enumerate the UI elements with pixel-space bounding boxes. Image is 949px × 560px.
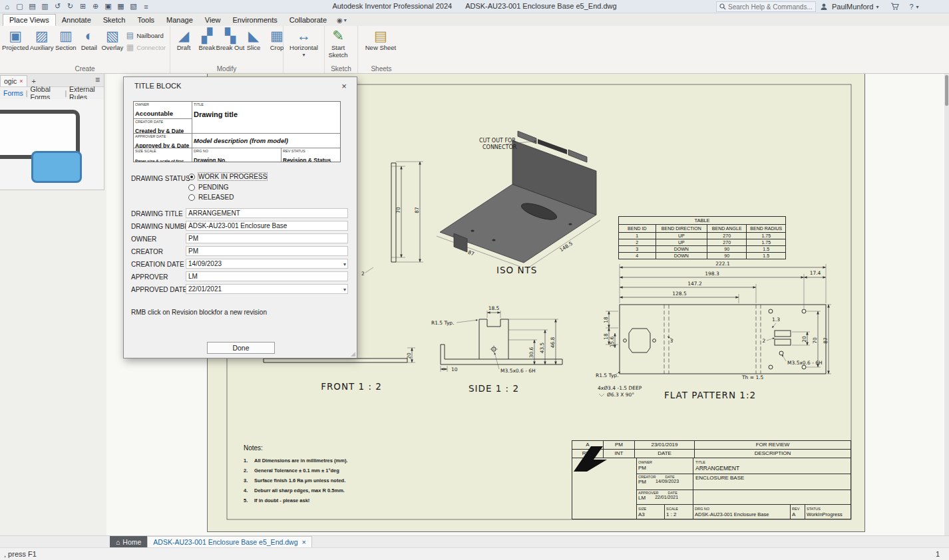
rev-cell: REV A (791, 505, 805, 519)
radio-selected-icon[interactable] (188, 174, 195, 180)
creator-label: CREATOR (131, 248, 163, 255)
description-header: DESCRIPTION (695, 450, 851, 458)
scale-cell: SCALE 1 : 2 (665, 505, 693, 519)
preview-drg-no: DRG NO Drawing No. (192, 148, 282, 162)
drawing-title-block[interactable]: A PM 23/01/2019 FOR REVIEW REV INT DATE … (572, 440, 851, 519)
panel-sheets-label[interactable]: Sheets (358, 65, 405, 73)
new-sheet-button[interactable]: ▤ New Sheet (360, 27, 401, 52)
horizontal-caret-icon[interactable]: ▾ (302, 51, 305, 59)
vertical-scrollbar[interactable] (944, 74, 949, 535)
side-view[interactable]: R1.5 Typ. 18.5 30.6 43.5 46.8 10 M3 (431, 305, 562, 394)
front-view-label: FRONT 1 : 2 (321, 381, 382, 392)
draft-button[interactable]: ◢ Draft (172, 27, 195, 52)
help-icon[interactable]: ? (909, 3, 913, 11)
flat-dim-147: 147.2 (687, 281, 702, 287)
done-button[interactable]: Done (207, 342, 275, 354)
bend-table-title: TABLE (619, 217, 785, 224)
creation-date-input[interactable] (186, 259, 348, 269)
approver-input[interactable] (186, 271, 348, 281)
flat-pattern-view[interactable]: 222.1 198.3 17.4 147.2 128.5 18 18 (596, 261, 831, 400)
tab-sketch[interactable]: Sketch (97, 15, 132, 26)
tab-tools[interactable]: Tools (131, 15, 160, 26)
status-option-released[interactable]: RELEASED (188, 193, 234, 202)
nailboard-button[interactable]: ▤ Nailboard (124, 30, 168, 41)
start-sketch-button[interactable]: ✎ Start Sketch (327, 27, 349, 59)
overlay-button[interactable]: ▧ Overlay (101, 27, 124, 52)
wip-label[interactable]: WORK IN PROGRESS (198, 173, 267, 180)
auxiliary-button[interactable]: ▨ Auxiliary (29, 27, 53, 52)
dialog-close-icon[interactable]: × (338, 81, 350, 91)
horizontal-button[interactable]: ↔ Horizontal ▾ (285, 27, 322, 59)
section-button[interactable]: ▥ Section (55, 27, 77, 52)
panel-create-label[interactable]: Create (0, 65, 170, 73)
radio-icon[interactable] (188, 184, 195, 191)
tab-view[interactable]: View (199, 15, 227, 26)
drawing-notes[interactable]: Notes: 1.All Dimensions are in millimetr… (244, 444, 390, 505)
home-tab[interactable]: ⌂ Home (110, 536, 147, 547)
bend-cell: DOWN (656, 246, 707, 252)
tab-place-views[interactable]: Place Views (3, 14, 56, 26)
bend-cell: 1.5 (746, 253, 785, 259)
flat-pattern-view-label: FLAT PATTERN 1:2 (664, 390, 756, 400)
projected-button[interactable]: ▣ Projected (2, 27, 29, 52)
bend-cell: 270 (707, 239, 747, 245)
status-option-wip[interactable]: WORK IN PROGRESS (188, 172, 267, 181)
tab-annotate[interactable]: Annotate (56, 15, 97, 26)
pending-label[interactable]: PENDING (198, 184, 229, 191)
ilogic-tab[interactable]: ogic × (0, 75, 27, 86)
drawing-title-input[interactable] (186, 208, 348, 218)
tab-manage[interactable]: Manage (160, 15, 199, 26)
break-out-button[interactable]: ▚ Break Out (219, 27, 242, 52)
creator-cell: CREATORDATE PM14/09/2023 (637, 474, 693, 490)
radio-icon[interactable] (188, 194, 195, 201)
status-option-pending[interactable]: PENDING (188, 183, 229, 192)
user-menu-caret-icon[interactable]: ▾ (876, 4, 878, 10)
search-input[interactable] (728, 3, 813, 11)
preview-approver: APPROVER DATE Approved by & Date (134, 134, 192, 148)
approved-date-input[interactable] (186, 284, 348, 294)
creator-input[interactable] (186, 246, 348, 256)
titlebar: ⌂ ▢ ▤ ▥ ↺ ↻ ⊞ ⊕ ▣ ▦ ▧ ≡ Autodesk Invento… (0, 0, 949, 13)
side-dim-10: 10 (451, 366, 458, 372)
countersink-symbol (599, 394, 604, 396)
ilogic-forms-link[interactable]: Forms (3, 89, 23, 97)
form-preview-button[interactable] (31, 151, 82, 183)
dialog-header[interactable]: TITLE BLOCK × (124, 77, 357, 94)
flat-thread-note: M3.5x0.6 - 6H (787, 360, 823, 366)
bend-table-row: 3 DOWN 90 1.5 (619, 245, 785, 252)
detail-button[interactable]: ◐ Detail (78, 27, 100, 52)
flat-thickness-note: Th = 1.5 (741, 374, 764, 380)
ribbon-tab-bar: Place Views Annotate Sketch Tools Manage… (0, 13, 949, 26)
released-label[interactable]: RELEASED (198, 194, 234, 201)
drawing-status-label: DRAWING STATUS (131, 175, 190, 182)
slice-button[interactable]: ◣ Slice (242, 27, 265, 52)
overlay-view-icon: ▧ (106, 28, 119, 44)
ilogic-tab-close-icon[interactable]: × (19, 78, 23, 84)
owner-input[interactable] (186, 233, 348, 243)
help-menu-caret-icon[interactable]: ▾ (916, 4, 919, 10)
panel-modify-label[interactable]: Modify (170, 65, 283, 73)
drawing-number-input[interactable] (186, 221, 348, 231)
draft-label: Draft (177, 44, 191, 51)
document-tab-close-icon[interactable]: × (302, 538, 306, 546)
resize-grip[interactable]: ◢ (351, 350, 355, 357)
title-block-preview: OWNER Accountable CREATOR DATE Created b… (133, 101, 341, 162)
approved-date-caret-icon[interactable]: ▾ (341, 287, 348, 293)
overlay-label: Overlay (101, 44, 123, 51)
iso-view[interactable]: CUT OUT FOR CONNECTOR 87 148.5 ISO NTS (437, 131, 600, 275)
scrollbar-thumb[interactable] (945, 75, 948, 106)
bend-table-row: 4 DOWN 90 1.5 (619, 252, 785, 259)
creation-date-caret-icon[interactable]: ▾ (341, 261, 348, 267)
ilogic-form-preview[interactable] (0, 99, 104, 189)
store-cart-icon[interactable] (889, 1, 900, 12)
ribbon-options-button[interactable]: ◉ ▾ (337, 17, 347, 26)
tab-collaborate[interactable]: Collaborate (284, 15, 333, 26)
username[interactable]: PaulMunford (832, 3, 873, 11)
tab-environments[interactable]: Environments (227, 15, 284, 26)
document-name: ADSK-AU23-001 Enclosure Base e5_End.dwg (465, 2, 616, 10)
break-button[interactable]: ▞ Break (196, 27, 218, 52)
approver-cell: APPROVERDATE LM22/01/2021 (637, 490, 693, 504)
panel-sketch-label[interactable]: Sketch (325, 65, 357, 73)
document-tab[interactable]: ADSK-AU23-001 Enclosure Base e5_End.dwg … (147, 536, 312, 547)
bend-table[interactable]: TABLE BEND ID BEND DIRECTION BEND ANGLE … (618, 216, 786, 259)
